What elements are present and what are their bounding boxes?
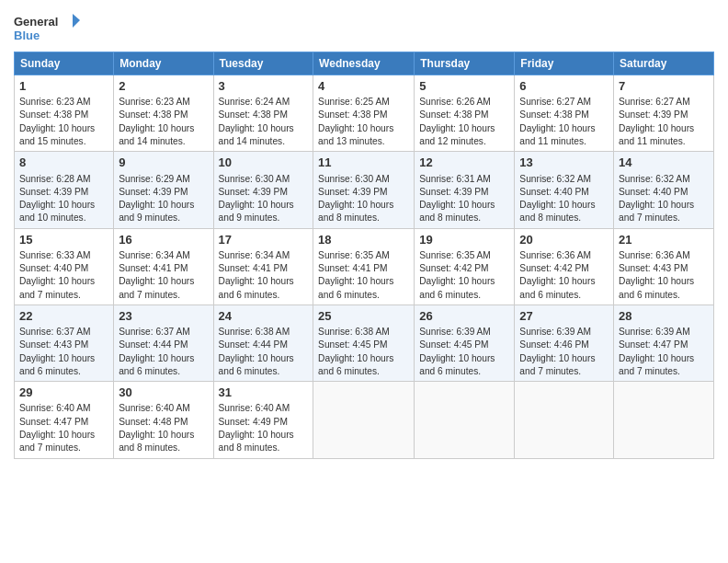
day-number: 20 [519,232,609,248]
day-info-line: Sunset: 4:42 PM [419,262,509,275]
day-info-line: Daylight: 10 hours [419,122,509,135]
day-number: 15 [19,232,108,248]
day-info-line: and 9 minutes. [219,212,309,224]
day-info-line: and 6 minutes. [119,365,208,378]
day-info-line: Sunset: 4:39 PM [619,109,709,121]
day-info-line: Sunset: 4:39 PM [219,186,309,199]
day-info-line: Sunrise: 6:32 AM [619,173,709,186]
day-info-line: Sunrise: 6:34 AM [219,249,309,262]
day-info-line: and 6 minutes. [619,289,709,302]
day-info-line: and 6 minutes. [519,289,609,302]
day-info-line: Sunrise: 6:23 AM [119,96,208,109]
calendar-cell: 29Sunrise: 6:40 AMSunset: 4:47 PMDayligh… [15,382,114,458]
day-info-line: Daylight: 10 hours [19,429,108,442]
day-info-line: and 12 minutes. [419,135,509,148]
day-number: 24 [219,308,309,325]
day-number: 25 [318,308,409,325]
calendar-cell: 28Sunrise: 6:39 AMSunset: 4:47 PMDayligh… [614,304,714,381]
day-info-line: Sunrise: 6:39 AM [619,326,709,339]
day-number: 3 [219,78,309,95]
day-number: 9 [119,155,208,171]
day-info-line: Sunset: 4:43 PM [19,339,108,351]
calendar-cell [313,382,415,458]
day-info-line: Daylight: 10 hours [19,199,108,212]
day-info-line: and 8 minutes. [119,442,208,454]
col-header-wednesday: Wednesday [313,52,415,75]
calendar-cell: 9Sunrise: 6:29 AMSunset: 4:39 PMDaylight… [114,152,213,228]
calendar-cell: 21Sunrise: 6:36 AMSunset: 4:43 PMDayligh… [614,228,714,304]
day-info-line: Daylight: 10 hours [318,199,409,212]
day-info-line: Sunset: 4:45 PM [318,339,409,351]
day-info-line: Sunset: 4:40 PM [519,186,609,199]
day-info-line: Daylight: 10 hours [519,122,609,135]
day-number: 26 [419,308,509,325]
day-info-line: Daylight: 10 hours [419,199,509,212]
day-info-line: Daylight: 10 hours [19,275,108,288]
col-header-thursday: Thursday [415,52,515,75]
page: General Blue SundayMondayTuesdayWednesda… [0,0,728,563]
svg-text:General: General [14,15,58,29]
calendar-cell: 5Sunrise: 6:26 AMSunset: 4:38 PMDaylight… [415,75,515,152]
day-info-line: and 7 minutes. [19,289,108,302]
svg-marker-2 [73,14,80,28]
day-info-line: Sunset: 4:38 PM [519,109,609,121]
day-info-line: Sunrise: 6:29 AM [119,173,208,186]
calendar-cell: 11Sunrise: 6:30 AMSunset: 4:39 PMDayligh… [313,152,415,228]
logo-svg: General Blue [14,9,80,46]
day-info-line: Daylight: 10 hours [219,122,309,135]
col-header-monday: Monday [114,52,213,75]
day-info-line: Sunset: 4:38 PM [19,109,108,121]
logo: General Blue [14,9,80,46]
day-info-line: Daylight: 10 hours [219,429,309,442]
calendar-cell: 22Sunrise: 6:37 AMSunset: 4:43 PMDayligh… [15,304,114,381]
svg-text:Blue: Blue [14,29,40,42]
day-info-line: Sunrise: 6:37 AM [119,326,208,339]
day-info-line: Sunrise: 6:24 AM [219,96,309,109]
day-info-line: Daylight: 10 hours [19,122,108,135]
calendar-cell: 18Sunrise: 6:35 AMSunset: 4:41 PMDayligh… [313,228,415,304]
day-info-line: Daylight: 10 hours [119,199,208,212]
calendar-cell: 7Sunrise: 6:27 AMSunset: 4:39 PMDaylight… [614,75,714,152]
day-number: 22 [19,308,108,325]
day-info-line: Daylight: 10 hours [119,352,208,365]
day-info-line: Sunrise: 6:35 AM [419,249,509,262]
calendar-cell: 10Sunrise: 6:30 AMSunset: 4:39 PMDayligh… [213,152,313,228]
day-number: 16 [119,232,208,248]
calendar-cell: 25Sunrise: 6:38 AMSunset: 4:45 PMDayligh… [313,304,415,381]
day-info-line: Sunrise: 6:30 AM [318,173,409,186]
day-info-line: Sunrise: 6:38 AM [318,326,409,339]
day-info-line: Sunrise: 6:40 AM [219,402,309,415]
day-info-line: Sunrise: 6:33 AM [19,249,108,262]
day-info-line: Daylight: 10 hours [519,352,609,365]
day-info-line: Sunrise: 6:35 AM [318,249,409,262]
day-info-line: Sunset: 4:39 PM [119,186,208,199]
day-info-line: and 8 minutes. [318,212,409,224]
day-number: 5 [419,78,509,95]
day-info-line: Daylight: 10 hours [119,429,208,442]
day-info-line: and 7 minutes. [519,365,609,378]
day-info-line: and 8 minutes. [219,442,309,454]
day-info-line: Sunset: 4:44 PM [219,339,309,351]
day-number: 6 [519,78,609,95]
day-info-line: Sunrise: 6:28 AM [19,173,108,186]
day-info-line: Sunrise: 6:25 AM [318,96,409,109]
week-row-1: 1Sunrise: 6:23 AMSunset: 4:38 PMDaylight… [15,75,714,152]
week-row-4: 22Sunrise: 6:37 AMSunset: 4:43 PMDayligh… [15,304,714,381]
day-info-line: Sunrise: 6:32 AM [519,173,609,186]
col-header-saturday: Saturday [614,52,714,75]
day-info-line: and 15 minutes. [19,135,108,148]
day-info-line: Daylight: 10 hours [119,122,208,135]
calendar-cell: 26Sunrise: 6:39 AMSunset: 4:45 PMDayligh… [415,304,515,381]
day-info-line: Daylight: 10 hours [219,275,309,288]
day-info-line: and 11 minutes. [619,135,709,148]
day-info-line: and 6 minutes. [318,365,409,378]
day-number: 1 [19,78,108,95]
calendar-cell: 16Sunrise: 6:34 AMSunset: 4:41 PMDayligh… [114,228,213,304]
day-info-line: and 10 minutes. [19,212,108,224]
day-info-line: Sunset: 4:40 PM [19,262,108,275]
day-info-line: Sunrise: 6:40 AM [19,402,108,415]
col-header-sunday: Sunday [15,52,114,75]
day-info-line: Sunset: 4:47 PM [19,416,108,429]
day-number: 18 [318,232,409,248]
calendar-cell: 8Sunrise: 6:28 AMSunset: 4:39 PMDaylight… [15,152,114,228]
